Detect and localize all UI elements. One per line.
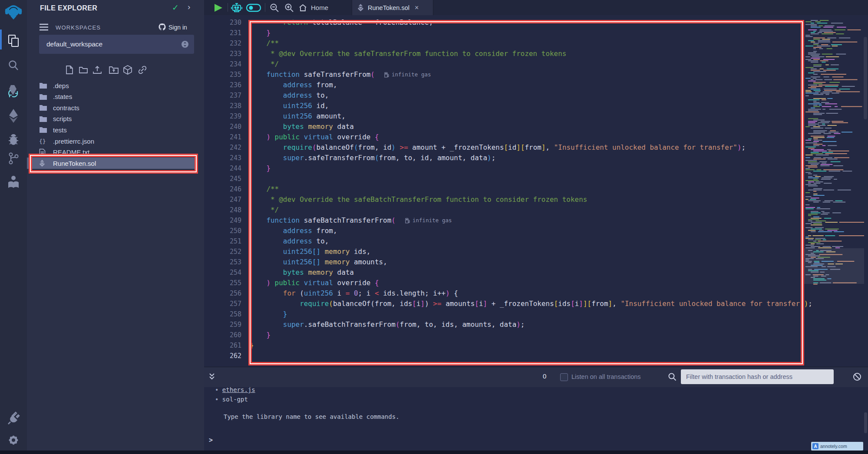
code-line-234[interactable]: 234 */ <box>204 59 868 69</box>
learneth-icon[interactable] <box>0 174 27 189</box>
clear-terminal-icon[interactable] <box>853 372 861 381</box>
window-bottom-edge <box>0 451 868 454</box>
file-tree: .deps.statescontractsscriptstests{}.pret… <box>27 0 204 454</box>
minimap[interactable] <box>804 16 864 286</box>
line-number: 239 <box>204 111 241 122</box>
line-number: 247 <box>204 194 241 205</box>
code-text: uint256[] memory ids, <box>250 247 370 257</box>
code-line-239[interactable]: 239 uint256 amount, <box>204 111 868 122</box>
listen-checkbox[interactable] <box>560 373 568 381</box>
ethers-link[interactable]: ethers.js <box>222 386 255 393</box>
watermark-logo: A <box>812 443 818 449</box>
ai-assistant-robot-icon[interactable] <box>231 2 242 13</box>
file-icon <box>39 148 48 156</box>
code-editor[interactable]: 230 return totalBalance - frozenBalance;… <box>204 15 868 367</box>
code-text: function safeTransferFrom(infinite gas <box>250 69 431 80</box>
line-number: 252 <box>204 247 241 257</box>
folder-icon <box>39 115 48 122</box>
deploy-run-icon[interactable] <box>0 109 27 123</box>
filter-input[interactable] <box>681 369 834 384</box>
code-line-240[interactable]: 240 bytes memory data <box>204 122 868 132</box>
terminal-scrollbar-thumb[interactable] <box>864 412 867 433</box>
tree-item-contracts[interactable]: contracts <box>27 102 198 113</box>
code-line-236[interactable]: 236 address from, <box>204 80 868 90</box>
code-line-253[interactable]: 253 uint256[] memory amounts, <box>204 257 868 267</box>
code-line-232[interactable]: 232 /** <box>204 38 868 49</box>
solidity-compiler-icon[interactable] <box>0 83 27 99</box>
editor-scrollbar-thumb[interactable] <box>864 37 867 119</box>
tree-item-scripts[interactable]: scripts <box>27 113 198 125</box>
gas-estimate-annotation: infinite gas <box>405 215 452 226</box>
code-line-250[interactable]: 250 address from, <box>204 226 868 236</box>
tree-item-label: README.txt <box>53 148 89 156</box>
terminal-line: Type the library name to see available c… <box>224 412 399 421</box>
code-line-245[interactable]: 245 <box>204 174 868 184</box>
tree-item-README.txt[interactable]: README.txt <box>27 147 198 158</box>
code-line-261[interactable]: 261} <box>204 340 868 351</box>
code-line-255[interactable]: 255 ) public virtual override { <box>204 278 868 288</box>
code-line-241[interactable]: 241 ) public virtual override { <box>204 132 868 142</box>
code-line-247[interactable]: 247 * @dev Override the safeBatchTransfe… <box>204 194 868 205</box>
code-line-260[interactable]: 260 } <box>204 330 868 340</box>
code-line-256[interactable]: 256 for (uint256 i = 0; i < ids.length; … <box>204 288 868 299</box>
code-line-233[interactable]: 233 * @dev Override the safeTransferFrom… <box>204 49 868 59</box>
expand-terminal-icon[interactable] <box>208 372 216 382</box>
settings-icon[interactable] <box>0 434 27 446</box>
code-line-251[interactable]: 251 address to, <box>204 236 868 247</box>
line-number: 251 <box>204 236 241 247</box>
terminal-search-icon[interactable] <box>668 372 677 381</box>
tree-item-.prettierrc.json[interactable]: {}.prettierrc.json <box>27 135 198 147</box>
code-text: } <box>250 340 254 351</box>
code-line-235[interactable]: 235 function safeTransferFrom(infinite g… <box>204 69 868 80</box>
zoom-in-icon[interactable] <box>284 3 294 13</box>
code-line-230[interactable]: 230 return totalBalance - frozenBalance; <box>204 17 868 28</box>
close-icon[interactable]: × <box>415 4 419 12</box>
minimap-viewport[interactable] <box>804 248 864 284</box>
code-line-237[interactable]: 237 address to, <box>204 90 868 101</box>
watermark-text: annotely.com <box>820 444 847 449</box>
code-line-242[interactable]: 242 require(balanceOf(from, id) >= amoun… <box>204 142 868 153</box>
code-line-257[interactable]: 257 require(balanceOf(from, ids[i]) >= a… <box>204 299 868 309</box>
code-line-249[interactable]: 249 function safeBatchTransferFrom(infin… <box>204 215 868 226</box>
code-line-231[interactable]: 231 } <box>204 28 868 38</box>
tab-label: RuneToken.sol <box>368 4 409 11</box>
tree-item-label: tests <box>53 126 67 134</box>
tree-item-label: .deps <box>53 82 69 89</box>
line-number: 254 <box>204 267 241 278</box>
code-line-252[interactable]: 252 uint256[] memory ids, <box>204 247 868 257</box>
tab-runetoken[interactable]: RuneToken.sol × <box>352 0 433 15</box>
code-line-259[interactable]: 259 super.safeBatchTransferFrom(from, to… <box>204 319 868 330</box>
code-line-254[interactable]: 254 bytes memory data <box>204 267 868 278</box>
search-icon[interactable] <box>0 59 27 72</box>
code-line-244[interactable]: 244 } <box>204 163 868 174</box>
code-line-248[interactable]: 248 */ <box>204 205 868 215</box>
code-line-238[interactable]: 238 uint256 id, <box>204 101 868 111</box>
watermark-badge: A annotely.com <box>811 442 863 451</box>
folder-icon <box>39 93 48 100</box>
file-explorer-panel: FILE EXPLORER ✓ › WORKSPACES Sign in def… <box>27 0 204 454</box>
terminal-prompt[interactable]: > <box>209 436 213 444</box>
tree-item-label: contracts <box>53 104 79 112</box>
line-number: 244 <box>204 163 241 174</box>
code-line-246[interactable]: 246 /** <box>204 184 868 194</box>
tree-item-.states[interactable]: .states <box>27 91 198 102</box>
debugger-icon[interactable] <box>0 134 27 146</box>
zoom-out-icon[interactable] <box>269 3 280 13</box>
tree-item-.deps[interactable]: .deps <box>27 80 198 91</box>
file-explorer-icon[interactable] <box>0 34 27 48</box>
code-line-262[interactable]: 262 <box>204 351 868 361</box>
line-number: 232 <box>204 38 241 49</box>
tree-item-tests[interactable]: tests <box>27 124 198 135</box>
code-text: */ <box>250 59 279 69</box>
git-icon[interactable] <box>0 152 27 165</box>
code-text: } <box>250 309 287 319</box>
terminal-line: • sol-gpt <box>215 395 251 404</box>
tree-item-RuneToken.sol[interactable]: RuneToken.sol <box>27 158 198 169</box>
copilot-toggle[interactable] <box>246 3 261 12</box>
code-line-258[interactable]: 258 } <box>204 309 868 319</box>
plugin-manager-icon[interactable] <box>0 411 27 425</box>
code-line-243[interactable]: 243 super.safeTransferFrom(from, to, id,… <box>204 153 868 163</box>
tab-home[interactable]: Home <box>299 0 328 15</box>
line-number: 257 <box>204 299 241 309</box>
run-script-button[interactable] <box>214 3 223 12</box>
